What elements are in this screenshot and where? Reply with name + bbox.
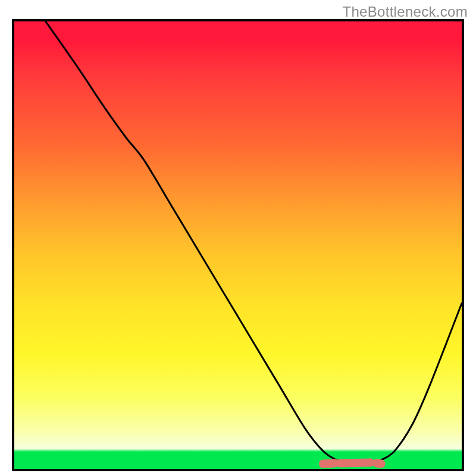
curve-svg bbox=[14, 21, 462, 469]
plot-area bbox=[12, 19, 464, 471]
chart-stage: TheBottleneck.com bbox=[0, 0, 476, 476]
watermark-text: TheBottleneck.com bbox=[342, 4, 468, 20]
bottleneck-curve bbox=[46, 21, 462, 465]
marker-segment bbox=[323, 462, 381, 464]
